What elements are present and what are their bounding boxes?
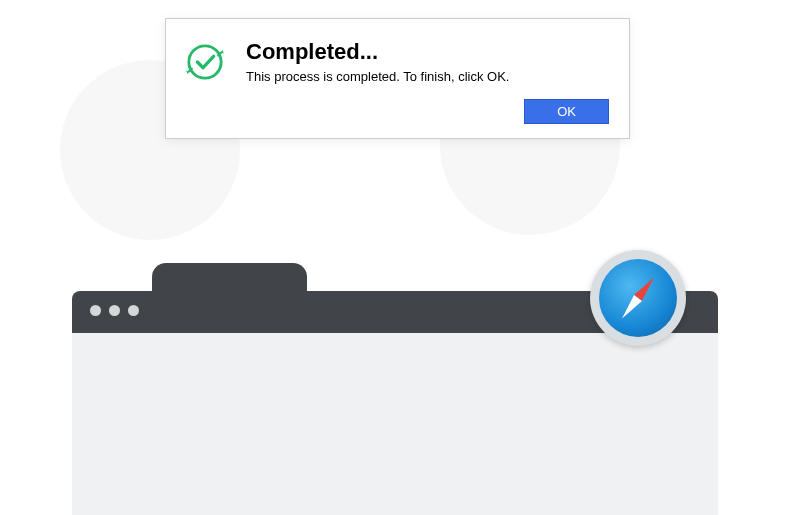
- check-circle-icon: [186, 43, 224, 85]
- svg-marker-1: [618, 295, 642, 322]
- completion-dialog: Completed... This process is completed. …: [165, 18, 630, 139]
- svg-marker-0: [634, 274, 658, 301]
- svg-point-2: [189, 46, 221, 78]
- dialog-message: This process is completed. To finish, cl…: [246, 69, 609, 84]
- browser-tab[interactable]: [152, 263, 307, 291]
- window-controls: [90, 305, 139, 316]
- maximize-dot[interactable]: [128, 305, 139, 316]
- dialog-title: Completed...: [246, 39, 609, 65]
- ok-button[interactable]: OK: [524, 99, 609, 124]
- browser-viewport: [72, 333, 718, 515]
- close-dot[interactable]: [90, 305, 101, 316]
- minimize-dot[interactable]: [109, 305, 120, 316]
- safari-icon: [590, 250, 686, 346]
